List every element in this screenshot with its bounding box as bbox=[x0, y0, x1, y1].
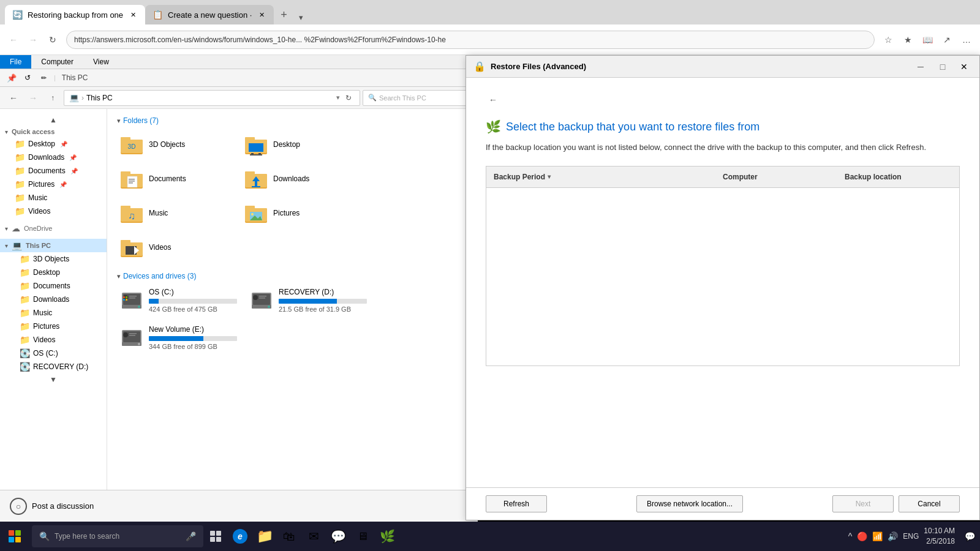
sidebar-sub-desktop2[interactable]: 📁 Desktop bbox=[0, 266, 107, 279]
sidebar-scroll-down[interactable]: ▼ bbox=[0, 373, 107, 386]
tab-2[interactable]: 📋 Create a new question · ✕ bbox=[145, 5, 274, 24]
col-backup-location[interactable]: Backup location bbox=[837, 170, 959, 184]
explorer-back-btn[interactable]: ← bbox=[5, 89, 22, 107]
sidebar-onedrive[interactable]: ▾ ☁ OneDrive bbox=[0, 222, 107, 235]
cancel-button[interactable]: Cancel bbox=[899, 495, 960, 512]
sidebar-item-documents[interactable]: 📁 Documents 📌 bbox=[0, 164, 107, 178]
dialog-back-btn[interactable]: ← bbox=[486, 92, 500, 107]
back-button[interactable]: ← bbox=[5, 31, 22, 48]
explorer-up-btn[interactable]: ↑ bbox=[44, 89, 61, 107]
sidebar-this-pc[interactable]: ▾ 💻 This PC bbox=[0, 239, 107, 252]
browse-network-button[interactable]: Browse network location... bbox=[636, 495, 743, 512]
tray-notification-icon[interactable]: 💬 bbox=[965, 531, 975, 541]
folder-pictures-label: Pictures bbox=[273, 209, 300, 217]
folder-item-3dobjects[interactable]: 3D 3D Objects bbox=[117, 130, 236, 159]
folders-toggle[interactable]: ▾ bbox=[117, 117, 121, 125]
taskbar-edge-icon[interactable]: e bbox=[228, 524, 252, 549]
taskbar-backup-icon[interactable]: 🌿 bbox=[375, 524, 399, 549]
taskbar-store-icon[interactable]: 🛍 bbox=[277, 524, 301, 549]
sidebar-item-pictures-label: Pictures bbox=[28, 180, 55, 189]
newe-drive-icon bbox=[119, 325, 144, 350]
sidebar-sub-documents2[interactable]: 📁 Documents bbox=[0, 279, 107, 293]
ribbon-pin-button[interactable]: 📌 bbox=[5, 71, 18, 84]
folder-item-desktop[interactable]: Desktop bbox=[241, 130, 361, 159]
sidebar-sub-downloads2[interactable]: 📁 Downloads bbox=[0, 293, 107, 306]
forward-button[interactable]: → bbox=[24, 31, 42, 48]
refresh-button[interactable]: Refresh bbox=[486, 495, 547, 512]
sidebar: ▲ ▾ Quick access 📁 Desktop 📌 📁 Downloads… bbox=[0, 109, 107, 500]
sidebar-sub-recoveryd[interactable]: 💽 RECOVERY (D:) bbox=[0, 360, 107, 373]
path-dropdown-icon[interactable]: ▾ bbox=[336, 94, 340, 102]
drives-toggle[interactable]: ▾ bbox=[117, 272, 121, 280]
ribbon-tab-view[interactable]: View bbox=[83, 55, 119, 69]
tab-2-close[interactable]: ✕ bbox=[257, 10, 266, 20]
explorer-forward-btn[interactable]: → bbox=[24, 89, 42, 107]
ribbon-rename-button[interactable]: ✏ bbox=[37, 71, 50, 84]
sidebar-scroll-up[interactable]: ▲ bbox=[0, 114, 107, 126]
sidebar-sub-pictures2[interactable]: 📁 Pictures bbox=[0, 320, 107, 333]
osc-drive-icon bbox=[119, 288, 144, 312]
folder-item-documents[interactable]: Documents bbox=[117, 164, 236, 193]
sidebar-sub-music2[interactable]: 📁 Music bbox=[0, 306, 107, 320]
taskbar-remote-icon[interactable]: 🖥 bbox=[350, 524, 375, 549]
sidebar-section-quickaccess[interactable]: ▾ Quick access bbox=[0, 126, 107, 137]
taskbar-skype-icon[interactable]: 💬 bbox=[326, 524, 350, 549]
sidebar-sub-3dobjects[interactable]: 📁 3D Objects bbox=[0, 252, 107, 266]
sidebar-item-desktop[interactable]: 📁 Desktop 📌 bbox=[0, 137, 107, 151]
dialog-close-btn[interactable]: ✕ bbox=[956, 59, 972, 75]
folder-item-videos[interactable]: Videos bbox=[117, 233, 236, 262]
folder-item-pictures[interactable]: Pictures bbox=[241, 198, 361, 228]
taskbar-search[interactable]: 🔍 Type here to search 🎤 bbox=[32, 525, 203, 547]
tray-antivirus-icon[interactable]: 🔴 bbox=[857, 531, 867, 541]
svg-rect-63 bbox=[129, 335, 135, 336]
sidebar-item-videos[interactable]: 📁 Videos bbox=[0, 204, 107, 218]
this-pc-toggle-icon: ▾ bbox=[5, 242, 8, 249]
sidebar-item-downloads[interactable]: 📁 Downloads 📌 bbox=[0, 151, 107, 164]
new-tab-button[interactable]: + bbox=[274, 5, 293, 24]
drive-item-newe[interactable]: New Volume (E:) 344 GB free of 899 GB bbox=[117, 323, 239, 353]
post-discussion-link[interactable]: ○ Post a discussion bbox=[10, 498, 94, 515]
path-bar[interactable]: 💻 › This PC ▾ ↻ bbox=[64, 90, 360, 106]
address-bar[interactable]: https://answers.microsoft.com/en-us/wind… bbox=[66, 31, 875, 49]
recoveryd-drive-name: RECOVERY (D:) bbox=[279, 288, 367, 296]
tray-volume-icon[interactable]: 🔊 bbox=[888, 531, 898, 541]
refresh-button[interactable]: ↻ bbox=[44, 31, 61, 48]
svg-rect-44 bbox=[129, 296, 137, 297]
tab-dropdown-button[interactable]: ▾ bbox=[293, 10, 308, 24]
sidebar-sub-videos2[interactable]: 📁 Videos bbox=[0, 333, 107, 347]
ribbon-tab-file[interactable]: File bbox=[0, 55, 31, 69]
drive-item-osc[interactable]: OS (C:) 424 GB free of 475 GB bbox=[117, 285, 239, 315]
favorites-button[interactable]: ★ bbox=[899, 31, 916, 48]
folder-item-music[interactable]: ♫ Music bbox=[117, 198, 236, 228]
refresh-path-btn[interactable]: ↻ bbox=[342, 92, 355, 104]
share-button[interactable]: ↗ bbox=[938, 31, 956, 48]
tab-1[interactable]: 🔄 Restoring backup from one ✕ bbox=[5, 5, 145, 24]
sidebar-sub-osc[interactable]: 💽 OS (C:) bbox=[0, 347, 107, 360]
tray-network-icon[interactable]: 📶 bbox=[872, 531, 883, 541]
search-bar[interactable]: 🔍 Search This PC bbox=[363, 90, 473, 106]
dialog-minimize-btn[interactable]: ─ bbox=[912, 58, 929, 75]
next-button[interactable]: Next bbox=[832, 495, 894, 512]
reading-mode-button[interactable]: 📖 bbox=[919, 31, 936, 48]
start-button[interactable] bbox=[0, 522, 29, 551]
taskbar-clock[interactable]: 10:10 AM 2/5/2018 bbox=[924, 526, 960, 547]
bookmark-button[interactable]: ☆ bbox=[880, 31, 897, 48]
svg-rect-49 bbox=[126, 299, 127, 301]
tab-1-close[interactable]: ✕ bbox=[128, 10, 138, 20]
settings-button[interactable]: … bbox=[958, 31, 975, 48]
ribbon-undo-button[interactable]: ↺ bbox=[21, 71, 34, 84]
dialog-maximize-btn[interactable]: □ bbox=[934, 58, 951, 75]
taskbar-explorer-icon[interactable]: 📁 bbox=[252, 524, 277, 549]
folder-item-downloads[interactable]: Downloads bbox=[241, 164, 361, 193]
sidebar-item-desktop-label: Desktop bbox=[28, 140, 55, 148]
tray-chevron[interactable]: ^ bbox=[848, 531, 853, 541]
col-backup-period[interactable]: Backup Period ▾ bbox=[486, 170, 715, 184]
drive-item-recoveryd[interactable]: RECOVERY (D:) 21.5 GB free of 31.9 GB bbox=[247, 285, 369, 315]
task-view-button[interactable] bbox=[203, 524, 228, 549]
sidebar-item-pictures[interactable]: 📁 Pictures 📌 bbox=[0, 178, 107, 191]
col-computer[interactable]: Computer bbox=[715, 170, 837, 184]
taskbar-mail-icon[interactable]: ✉ bbox=[301, 524, 326, 549]
tab-1-favicon: 🔄 bbox=[12, 10, 23, 20]
sidebar-item-music[interactable]: 📁 Music bbox=[0, 191, 107, 204]
ribbon-tab-computer[interactable]: Computer bbox=[31, 55, 83, 69]
